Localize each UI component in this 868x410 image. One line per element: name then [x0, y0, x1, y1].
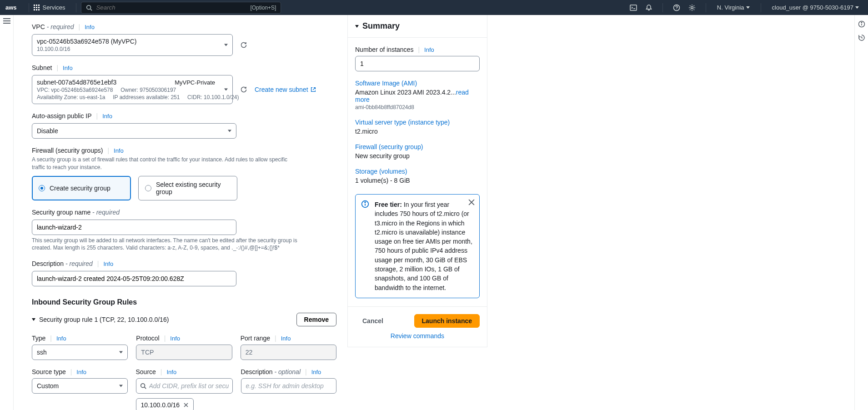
subnet-name-tag: MyVPC-Private: [175, 79, 215, 86]
svg-line-10: [90, 9, 92, 10]
caret-down-icon: [119, 385, 123, 387]
svg-rect-2: [38, 5, 40, 6]
svg-point-13: [691, 6, 693, 9]
close-icon[interactable]: [468, 199, 475, 205]
search-input[interactable]: [96, 4, 246, 11]
source-input-wrap[interactable]: [136, 378, 233, 394]
svg-line-18: [144, 387, 146, 389]
subnet-select[interactable]: subnet-007a54d8765e1ebf3 VPC: vpc-05246b…: [32, 75, 233, 104]
ruledesc-optional: - optional: [273, 368, 301, 375]
storage-value: 1 volume(s) - 8 GiB: [355, 177, 480, 184]
vpc-info-link[interactable]: Info: [85, 24, 95, 30]
svg-rect-7: [36, 9, 37, 10]
firewall-description: A security group is a set of firewall ru…: [32, 156, 296, 171]
rule-summary: Security group rule 1 (TCP, 22, 10.100.0…: [39, 316, 169, 323]
inbound-rules-title: Inbound Security Group Rules: [32, 298, 336, 306]
caret-down-icon: [228, 130, 231, 132]
num-instances-info-link[interactable]: Info: [424, 46, 434, 53]
sgdesc-label: Description: [32, 260, 64, 267]
firewall-link[interactable]: Firewall (security group): [355, 143, 480, 150]
subnet-refresh-button[interactable]: [239, 85, 248, 94]
autoip-select[interactable]: Disable: [32, 123, 236, 139]
nav-divider: [76, 3, 76, 12]
radio-create-sg-label: Create security group: [50, 185, 110, 192]
remove-rule-button[interactable]: Remove: [296, 313, 336, 326]
protocol-info-link[interactable]: Info: [170, 335, 180, 342]
ruledesc-input[interactable]: [241, 378, 337, 394]
ami-link[interactable]: Software Image (AMI): [355, 80, 480, 87]
storage-link[interactable]: Storage (volumes): [355, 168, 480, 175]
sourcetype-info-link[interactable]: Info: [76, 369, 86, 375]
clock-icon[interactable]: [858, 34, 865, 41]
cancel-button[interactable]: Cancel: [355, 315, 391, 327]
svg-rect-6: [34, 9, 35, 10]
sgdesc-input[interactable]: [32, 271, 236, 286]
review-commands-link[interactable]: Review commands: [355, 332, 480, 340]
type-info-link[interactable]: Info: [56, 335, 66, 342]
help-icon[interactable]: [670, 1, 683, 14]
region-selector[interactable]: N. Virginia: [713, 4, 753, 11]
aws-logo[interactable]: aws: [5, 4, 17, 11]
radio-select-sg[interactable]: Select existing security group: [138, 176, 237, 200]
sgdesc-info-link[interactable]: Info: [103, 260, 113, 267]
summary-title: Summary: [362, 21, 400, 31]
type-value: ssh: [37, 349, 47, 356]
svg-rect-0: [34, 5, 35, 6]
create-subnet-link[interactable]: Create new subnet: [255, 86, 316, 93]
source-info-link[interactable]: Info: [167, 369, 177, 375]
instancetype-link[interactable]: Virtual server type (instance type): [355, 119, 480, 126]
user-menu[interactable]: cloud_user @ 9750-5030-6197: [768, 4, 863, 11]
notifications-icon[interactable]: [642, 1, 655, 14]
svg-point-9: [87, 5, 91, 9]
external-link-icon: [310, 86, 316, 93]
radio-icon: [145, 185, 151, 191]
vpc-value: vpc-05246b53a6924e578 (MyVPC): [37, 38, 217, 45]
free-tier-label: Free tier:: [375, 201, 402, 208]
svg-rect-5: [38, 7, 40, 8]
expand-icon[interactable]: [32, 318, 35, 321]
search-hint: [Option+S]: [250, 5, 276, 11]
settings-icon[interactable]: [686, 1, 698, 14]
firewall-info-link[interactable]: Info: [114, 147, 124, 154]
ruledesc-info-link[interactable]: Info: [311, 369, 321, 375]
type-label: Type: [32, 335, 45, 342]
user-label: cloud_user @ 9750-5030-6197: [772, 4, 853, 11]
left-rail: [0, 15, 14, 410]
svg-rect-3: [34, 7, 35, 8]
svg-rect-8: [38, 9, 40, 10]
sourcetype-select[interactable]: Custom: [32, 378, 128, 394]
type-select[interactable]: ssh: [32, 345, 128, 360]
caret-down-icon: [855, 6, 859, 9]
services-menu[interactable]: Services: [34, 4, 65, 11]
services-label: Services: [43, 4, 65, 11]
vpc-select[interactable]: vpc-05246b53a6924e578 (MyVPC) 10.100.0.0…: [32, 34, 233, 56]
nav-divider: [761, 3, 761, 12]
remove-tag-icon[interactable]: [183, 402, 189, 408]
vpc-required: - required: [45, 23, 74, 30]
autoip-info-link[interactable]: Info: [102, 113, 112, 120]
search-icon: [140, 383, 146, 389]
source-input[interactable]: [149, 382, 229, 390]
caret-down-icon: [119, 351, 123, 354]
cloudshell-icon[interactable]: [627, 1, 640, 14]
subnet-info-link[interactable]: Info: [63, 65, 73, 71]
num-instances-input[interactable]: [355, 56, 480, 71]
sgname-required: - required: [90, 209, 120, 216]
port-info-link[interactable]: Info: [281, 335, 291, 342]
radio-create-sg[interactable]: Create security group: [32, 176, 131, 200]
vpc-refresh-button[interactable]: [239, 40, 248, 50]
subnet-meta1: VPC: vpc-05246b53a6924e578 Owner: 975050…: [37, 87, 217, 93]
instancetype-value: t2.micro: [355, 128, 480, 135]
top-nav: aws Services [Option+S] N. Virginia: [0, 0, 868, 15]
ami-line: Amazon Linux 2023 AMI 2023.4.2...: [355, 89, 456, 96]
info-panel-icon[interactable]: [858, 20, 865, 28]
global-search[interactable]: [Option+S]: [81, 2, 281, 14]
radio-icon: [39, 185, 45, 191]
launch-instance-button[interactable]: Launch instance: [414, 314, 480, 328]
sgname-input[interactable]: [32, 220, 236, 235]
svg-point-23: [365, 202, 366, 203]
info-icon: [361, 200, 369, 208]
port-input: [241, 345, 336, 360]
collapse-icon[interactable]: [355, 25, 359, 28]
hamburger-icon[interactable]: [3, 20, 10, 21]
